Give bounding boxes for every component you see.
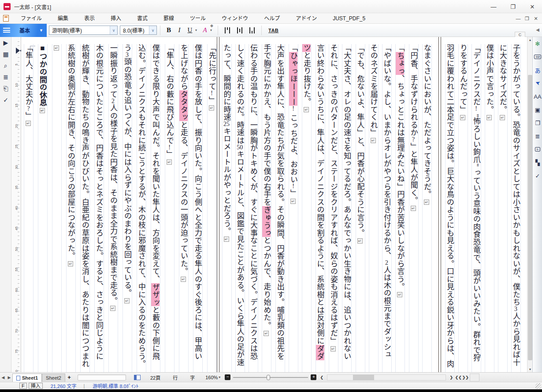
horizontal-scrollbar[interactable] — [327, 374, 446, 381]
text-column[interactable]: 系統樹の奥側が左右に開き、その向こうの部屋につながった。↵ — [66, 44, 76, 372]
zoom-out-button[interactable]: − — [225, 374, 230, 380]
mode-menu-button[interactable]: 基本 ▼ — [0, 24, 47, 37]
sheet-tab-sheet2[interactable]: Sheet2 — [42, 374, 65, 382]
play-icon[interactable]: ▶ — [0, 37, 11, 48]
text-column[interactable]: 「隼人、大丈夫か?」↵ — [24, 44, 33, 372]
menu-item-4[interactable]: 挿入 — [103, 13, 129, 24]
text-column[interactable]: を上げながらタタタッと走る、デイノニクスの一頭が迫っていた。↵ — [179, 44, 189, 372]
text-column[interactable]: 手で胸元にかかえ、もう片方の手で僕の右手をぎゅうっとつかんで、走り始めた。↵ — [262, 44, 271, 372]
text-column[interactable]: 「大丈夫さ、オレの足の速さを知ってるだろ。あんなでっかい生き物には、追いつかれな… — [342, 44, 352, 372]
text-column[interactable]: 子をうかがっている。恐竜のサイズとしては小さいかもしれないが、僕たち3人から見れ… — [511, 44, 521, 372]
align-top-icon[interactable] — [223, 26, 232, 35]
underline-button[interactable]: U — [185, 25, 195, 36]
zoom-in-button[interactable]: + — [311, 374, 316, 380]
text-column[interactable]: りをするんだって」↵ — [458, 44, 468, 372]
text-column[interactable]: 木の根元についたところで、円香はそっとネズミをおろした。すると、さっきと同じよう… — [94, 44, 104, 372]
text-column[interactable]: う3頭の恐竜も追いつくが、中には入らずにやぶのまわりを回っている。↵ — [123, 44, 132, 372]
check-icon[interactable]: ✓ — [533, 169, 542, 182]
text-column[interactable]: たって、瞬間的に時速25キロメートルがやっとだろう。↵ — [222, 44, 232, 372]
text-column[interactable]: 一瞬振り返って2人の様子を見た円香は、そのまま全力で系統樹まで走る。↵ — [108, 44, 118, 372]
insert-mode-button[interactable]: 挿入 — [29, 383, 43, 389]
check-icon[interactable]: ✓ — [0, 94, 11, 106]
photo-icon[interactable]: ▣ — [533, 103, 542, 116]
menu-item-5[interactable]: 書式 — [129, 13, 156, 24]
kana-a-icon[interactable]: あ — [533, 63, 542, 77]
font-size-select[interactable]: 8.0(標準) ∨ — [120, 26, 157, 35]
align-center-icon[interactable] — [235, 26, 245, 35]
text-column[interactable]: ■つかの間の休息↵ — [38, 44, 48, 372]
text-column[interactable]: 言い終わらないうちに、隼人は、デイノニクスの間を割るように、系統樹とは反対側にダ… — [316, 44, 325, 372]
prev-page-icon[interactable]: ❮❮ — [455, 375, 462, 380]
text-column[interactable]: 込む。デイノニクスもそれに続こうとするが、木の枝に邪魔されて、中に入るのをためら… — [137, 44, 146, 372]
tab-scroll-right-icon[interactable]: ▶ — [6, 375, 12, 380]
page-preview-icon[interactable] — [134, 375, 141, 380]
horizontal-scroll-thumb[interactable] — [353, 375, 374, 380]
menu-item-9[interactable]: ヘルプ — [256, 13, 288, 24]
sheet-tab-sheet1[interactable]: Sheet1 — [12, 374, 42, 382]
text-column[interactable]: 僕はできる限り大声で叫んだ。それを聞いた隼人は、方向を変えて、ザザッと藪の下側に… — [151, 44, 160, 372]
menu-item-3[interactable]: 表示 — [76, 13, 103, 24]
copy-pages-icon[interactable]: ❐ — [533, 116, 542, 129]
bold-button[interactable]: B — [163, 25, 174, 36]
doc-minimize-button[interactable]: — — [514, 16, 523, 21]
doc-restore-button[interactable]: ❐ — [523, 16, 531, 22]
page-number-icon[interactable]: 1- — [533, 143, 542, 156]
fonts-icon[interactable]: AA — [533, 90, 542, 103]
text-column[interactable]: 「ひゃっほーーー! こっちだよ、おおい!」↵ — [289, 44, 298, 372]
list-icon[interactable]: ≣ — [0, 71, 11, 83]
zoom-slider[interactable] — [233, 374, 308, 381]
outline-icon[interactable]: ≣ — [533, 129, 542, 143]
next-page-icon[interactable]: ❯❯ — [462, 375, 469, 380]
text-column[interactable]: 羽毛に覆われて二本足で立つ姿は。巨大な鳥のようにも見える。口に見える鋭い牙からは… — [445, 44, 455, 372]
hscroll-left-icon[interactable]: ❮ — [318, 375, 325, 380]
text-column[interactable]: 「先に行って!」↵ — [207, 44, 217, 372]
zoom-caret-icon[interactable]: ▾ — [219, 375, 223, 379]
resize-grip[interactable] — [535, 383, 541, 389]
text-column[interactable]: 「ちょっ、ちょっとこれは無理みたいね」円香が苦笑いしながら言う。↵ — [395, 44, 405, 372]
italic-button[interactable]: I — [174, 25, 185, 36]
text-column[interactable]: 「円香、手なずけられるか?」と隼人が聞く。↵ — [409, 44, 419, 372]
f-mode-button[interactable]: F — [19, 383, 27, 389]
menu-item-7[interactable]: ツール — [182, 13, 214, 24]
clipboard-icon[interactable]: ⎗ — [0, 83, 11, 94]
menu-item-6[interactable]: 罫線 — [156, 13, 182, 24]
underline-options-caret[interactable]: ▾ — [195, 28, 200, 32]
menu-item-11[interactable]: JUST_PDF_5 — [325, 13, 373, 24]
menu-item-8[interactable]: ウィンドウ — [214, 13, 256, 24]
text-column[interactable]: 「デイノニクスだ! "怖ろしい鉤爪" っていう意味の肉食恐竜で、頭がいいみたい。… — [471, 44, 481, 372]
dart-icon[interactable]: ➤ — [531, 75, 542, 91]
hscroll-right-icon[interactable]: ❯ — [448, 375, 455, 380]
font-color-button[interactable]: A — [200, 25, 210, 36]
battery-112-icon[interactable]: 112 — [533, 50, 542, 63]
align-bottom-icon[interactable] — [247, 26, 257, 35]
text-column[interactable]: それに、さっきのパターンだと、ステージをクリアすれば、奴らの姿も消えるはずだ」↵ — [329, 44, 338, 372]
text-column[interactable]: そのネズミを届けてくれ」↵ — [369, 44, 379, 372]
text-column[interactable]: 「やばいな。よし、いまからオレがやつらを引き付けるから、2人は木の根元までダッシ… — [382, 44, 392, 372]
just-flower-icon[interactable]: ✻ — [533, 37, 542, 50]
font-family-select[interactable]: 游明朝(標準) ∨ — [49, 26, 118, 35]
text-column[interactable]: 「隼人、右の藪に飛び込んで!」↵ — [165, 44, 174, 372]
text-column[interactable]: なまぐさいにおいが、ただよってきそうだ。↵ — [422, 44, 432, 372]
tab-button[interactable]: TAB — [268, 28, 278, 33]
menu-item-2[interactable]: 編集 — [50, 13, 76, 24]
text-column[interactable]: 「でも、危ないよ、隼人」と、円香が心配そうに言う。↵ — [356, 44, 365, 372]
tab-scroll-left-icon[interactable]: ◀ — [0, 375, 6, 380]
vertical-scroll-thumb[interactable] — [528, 75, 532, 360]
grid-icon[interactable]: ▦ — [0, 48, 11, 60]
text-column[interactable]: 伝わる手の温もりに、一瞬胸がトキめくが、すぐに大事なことに気づく。デイノニクスは… — [249, 44, 258, 372]
search-icon[interactable]: ⌕ — [0, 60, 11, 71]
menu-item-1[interactable]: ファイル — [13, 13, 50, 24]
text-column[interactable]: 大声を出す隼人に、恐竜たちが気を取られる。その瞬間、円香が動き出す。哺乳類の祖先… — [275, 44, 285, 372]
document-canvas[interactable]: 子をうかがっている。恐竜のサイズとしては小さいかもしれないが、僕たち3人から見れ… — [21, 37, 527, 372]
text-column[interactable]: 僕は円香の手を放して、振り向いた。向こう側へと全力で走る隼人のすぐ後ろには、甲高… — [193, 44, 203, 372]
text-column[interactable]: に大きなサイズだ。↵ — [498, 44, 508, 372]
minimize-button[interactable]: — — [484, 0, 503, 13]
text-column[interactable]: ↵ — [52, 44, 62, 372]
text-column[interactable]: ツと走り抜けた。↵ — [302, 44, 312, 372]
toolbar-collapse-icon[interactable]: ◀ — [536, 27, 539, 32]
text-column[interactable]: しく速く走れるのだ。時速は50キロメートルと、図鑑で見たことがある。いくら隼人の… — [235, 44, 245, 372]
text-column[interactable]: 僕は小声で言った。↵ — [485, 44, 494, 372]
restore-button[interactable]: ❐ — [503, 0, 523, 13]
text-column[interactable]: 統樹が輝き、動物たちの鳴き声がひびいた。白亜紀の草原は姿を消し、あたりは闇につつ… — [80, 44, 90, 372]
checker-icon[interactable]: ▚ — [533, 156, 542, 169]
